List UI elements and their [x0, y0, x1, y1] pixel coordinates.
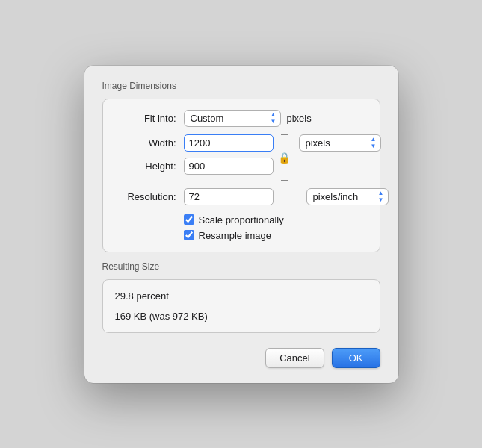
- dimension-unit-area: pixels ▲ ▼: [299, 134, 381, 152]
- width-height-row: Width: Height: 🔒 pixels: [115, 134, 368, 181]
- fit-into-select-wrapper: Custom ▲ ▼: [184, 110, 281, 127]
- height-input[interactable]: [184, 158, 274, 175]
- width-label: Width:: [115, 137, 176, 149]
- resolution-label: Resolution:: [115, 191, 176, 202]
- scale-label: Scale proportionally: [199, 214, 284, 225]
- ok-button[interactable]: OK: [332, 348, 380, 368]
- result-percent: 29.8 percent: [115, 290, 368, 302]
- image-dimensions-label: Image Dimensions: [102, 81, 380, 91]
- width-row: Width:: [115, 134, 274, 152]
- resolution-unit-select-wrapper: pixels/inch ▲ ▼: [306, 188, 389, 205]
- resolution-input[interactable]: [184, 188, 274, 205]
- brace-top: [281, 134, 288, 152]
- fit-into-select[interactable]: Custom: [184, 110, 281, 127]
- resulting-size-box: 29.8 percent 169 KB (was 972 KB): [102, 279, 380, 333]
- result-size: 169 KB (was 972 KB): [115, 311, 368, 322]
- dimensions-section: Fit into: Custom ▲ ▼ pixels Width:: [102, 99, 380, 252]
- resolution-row: Resolution: pixels/inch ▲ ▼: [115, 188, 368, 205]
- fit-pixels-label: pixels: [287, 113, 312, 124]
- lock-icon: 🔒: [278, 152, 291, 164]
- height-label: Height:: [115, 161, 176, 172]
- dimension-unit-select[interactable]: pixels: [299, 134, 381, 152]
- lock-brace: 🔒: [278, 134, 291, 181]
- scale-checkbox[interactable]: [184, 214, 194, 225]
- resample-label: Resample image: [199, 230, 272, 241]
- brace-bottom: [281, 164, 288, 181]
- resulting-size-label: Resulting Size: [102, 261, 380, 272]
- height-row: Height:: [115, 158, 274, 175]
- dimension-unit-select-wrapper: pixels ▲ ▼: [299, 134, 381, 152]
- dim-inputs: Width: Height:: [115, 134, 274, 175]
- fit-into-label: Fit into:: [115, 113, 176, 124]
- resample-checkbox[interactable]: [184, 230, 194, 240]
- image-dimensions-dialog: Image Dimensions Fit into: Custom ▲ ▼ pi…: [84, 66, 398, 383]
- resolution-unit-select[interactable]: pixels/inch: [306, 188, 389, 205]
- scale-checkbox-row: Scale proportionally: [184, 214, 368, 225]
- fit-into-row: Fit into: Custom ▲ ▼ pixels: [115, 110, 368, 127]
- resample-checkbox-row: Resample image: [184, 230, 368, 241]
- cancel-button[interactable]: Cancel: [265, 348, 324, 368]
- width-input[interactable]: [184, 134, 274, 152]
- button-row: Cancel OK: [102, 348, 380, 368]
